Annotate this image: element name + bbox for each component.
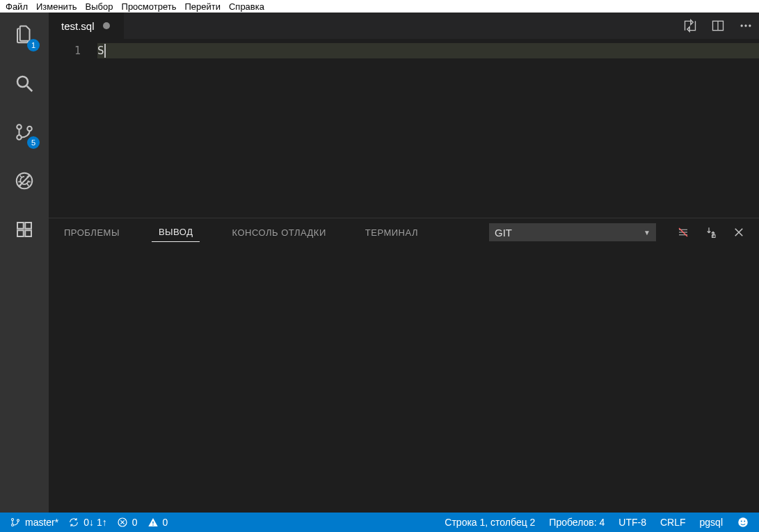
activity-explorer[interactable]: 1 (8, 22, 41, 47)
gutter: 1 (49, 39, 97, 218)
svg-point-21 (152, 524, 154, 526)
smiley-icon (737, 516, 749, 529)
panel-tab-output[interactable]: ВЫВОД (152, 223, 200, 242)
tab-file[interactable]: test.sql (49, 13, 124, 39)
activity-source-control[interactable]: 5 (8, 120, 41, 145)
activity-extensions[interactable] (8, 217, 41, 242)
svg-point-23 (741, 521, 742, 522)
menu-file[interactable]: Файл (1, 1, 32, 12)
activity-bar: 1 5 (0, 13, 49, 513)
scm-badge: 5 (27, 136, 40, 149)
status-feedback[interactable] (737, 516, 749, 529)
editor-group: test.sql 1 S (49, 13, 759, 513)
panel: ПРОБЛЕМЫ ВЫВОД КОНСОЛЬ ОТЛАДКИ ТЕРМИНАЛ … (49, 218, 759, 513)
code-line[interactable]: S (97, 43, 759, 58)
status-language[interactable]: pgsql (700, 517, 723, 528)
compare-changes-icon[interactable] (682, 18, 698, 33)
svg-rect-10 (25, 223, 31, 229)
debug-icon (14, 170, 35, 191)
svg-rect-7 (17, 223, 24, 229)
panel-tab-problems[interactable]: ПРОБЛЕМЫ (57, 223, 127, 242)
status-left: master* 0↓ 1↑ 0 0 (10, 517, 168, 528)
menu-help[interactable]: Справка (225, 1, 269, 12)
status-cursor[interactable]: Строка 1, столбец 2 (445, 517, 535, 528)
svg-point-22 (738, 517, 748, 527)
svg-point-19 (17, 519, 19, 522)
extensions-icon (14, 219, 35, 240)
svg-rect-9 (25, 230, 31, 236)
status-right: Строка 1, столбец 2 Пробелов: 4 UTF-8 CR… (445, 516, 749, 529)
svg-point-0 (17, 76, 28, 87)
status-indent[interactable]: Пробелов: 4 (549, 517, 605, 528)
menu-edit[interactable]: Изменить (32, 1, 81, 12)
branch-label: master* (25, 517, 58, 528)
panel-tab-debug-console[interactable]: КОНСОЛЬ ОТЛАДКИ (225, 223, 333, 242)
panel-actions (676, 225, 746, 240)
body-area: 1 5 (0, 13, 759, 513)
svg-point-15 (749, 24, 751, 26)
activity-debug[interactable] (8, 168, 41, 193)
status-eol[interactable]: CRLF (660, 517, 686, 528)
dirty-indicator-icon (103, 22, 110, 29)
svg-rect-8 (17, 230, 24, 236)
svg-point-4 (27, 127, 32, 131)
svg-rect-16 (712, 235, 716, 238)
activity-search[interactable] (8, 71, 41, 96)
menu-selection[interactable]: Выбор (81, 1, 118, 12)
svg-point-17 (12, 519, 14, 521)
sync-icon (68, 517, 79, 528)
status-errors[interactable]: 0 (117, 517, 138, 528)
status-sync[interactable]: 0↓ 1↑ (68, 517, 106, 528)
code-text: S (97, 43, 104, 58)
explorer-badge: 1 (27, 39, 40, 51)
error-icon (117, 517, 128, 528)
status-bar: master* 0↓ 1↑ 0 0 Строка 1, столбец 2 Пр… (0, 513, 759, 532)
panel-tabs: ПРОБЛЕМЫ ВЫВОД КОНСОЛЬ ОТЛАДКИ ТЕРМИНАЛ … (49, 218, 759, 246)
split-editor-icon[interactable] (710, 18, 726, 33)
search-icon (14, 73, 35, 94)
clear-output-icon[interactable] (676, 225, 691, 240)
output-channel-select[interactable]: GIT (489, 223, 656, 241)
code-content[interactable]: S (97, 39, 759, 218)
status-encoding[interactable]: UTF-8 (618, 517, 646, 528)
errors-count: 0 (132, 517, 138, 528)
panel-tab-terminal[interactable]: ТЕРМИНАЛ (358, 223, 425, 242)
tab-actions (682, 13, 759, 39)
warnings-count: 0 (163, 517, 168, 528)
menubar: Файл Изменить Выбор Просмотреть Перейти … (0, 0, 759, 13)
branch-icon (10, 517, 21, 528)
svg-line-1 (27, 86, 33, 92)
warning-icon (147, 517, 159, 528)
more-actions-icon[interactable] (738, 18, 753, 33)
status-branch[interactable]: master* (10, 517, 58, 528)
close-panel-icon[interactable] (731, 225, 746, 240)
output-channel-select-wrap: GIT ▼ (489, 223, 656, 241)
sync-label: 0↓ 1↑ (83, 517, 106, 528)
tab-label: test.sql (61, 20, 95, 32)
svg-point-2 (17, 124, 22, 129)
editor-area[interactable]: 1 S (49, 39, 759, 218)
tabs-row: test.sql (49, 13, 759, 39)
status-warnings[interactable]: 0 (147, 517, 168, 528)
svg-point-13 (741, 24, 743, 26)
svg-point-18 (12, 524, 14, 526)
cursor-caret-icon (104, 44, 106, 58)
output-body[interactable] (49, 246, 759, 513)
menu-go[interactable]: Перейти (180, 1, 225, 12)
line-number: 1 (49, 43, 97, 58)
svg-point-14 (744, 24, 746, 26)
menu-view[interactable]: Просмотреть (118, 1, 181, 12)
svg-point-24 (744, 521, 745, 522)
scroll-lock-icon[interactable] (703, 225, 719, 240)
svg-point-3 (17, 135, 22, 140)
